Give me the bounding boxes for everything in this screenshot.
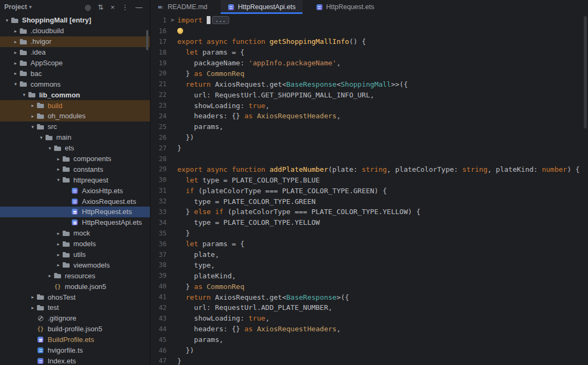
chevron-collapsed-icon[interactable]: ▸ [12,28,19,34]
chevron-collapsed-icon[interactable]: ▸ [55,262,62,268]
code-line-24[interactable]: 24 headers: {} as AxiosRequestHeaders, [150,111,588,121]
expand-collapse-icon[interactable]: ⇅ [98,4,104,11]
tree-item-httprequest[interactable]: ▾httprequest [0,174,150,185]
chevron-collapsed-icon[interactable]: ▸ [55,241,62,247]
chevron-collapsed-icon[interactable]: ▸ [29,305,36,310]
chevron-collapsed-icon[interactable]: ▸ [29,113,36,119]
tree-item-bac[interactable]: ▸bac [0,68,150,79]
chevron-collapsed-icon[interactable]: ▸ [12,71,19,76]
code-line-36[interactable]: 36 let params = { [150,239,588,249]
tree-item-index-ets[interactable]: Index.ets [0,356,150,365]
code-line-18[interactable]: 18 let params = { [150,47,588,58]
chevron-expanded-icon[interactable]: ▾ [37,135,45,140]
code-line-42[interactable]: 42 url: RequestUrl.ADD_PLATE_NUMBER, [150,302,588,313]
tree-item-mock[interactable]: ▸mock [0,228,150,239]
tree-item-hvigorfile-ts[interactable]: hvigorfile.ts [0,345,150,356]
chevron-collapsed-icon[interactable]: ▸ [55,252,62,257]
tree-item-src[interactable]: ▾src [0,121,150,132]
code-line-43[interactable]: 43 showLoading: true, [150,313,588,324]
tree-item-oh-modules[interactable]: ▸oh_modules [0,111,150,121]
tree-item-ets[interactable]: ▾ets [0,143,150,154]
code-line-44[interactable]: 44 headers: {} as AxiosRequestHeaders, [150,324,588,334]
tree-item-cloudbuild[interactable]: ▸.cloudbuild [0,26,150,36]
tree-item-appscope[interactable]: ▸AppScope [0,58,150,69]
tree-item-viewmodels[interactable]: ▸viewmodels [0,260,150,270]
tree-item-module-json5[interactable]: {}module.json5 [0,281,150,292]
code-line-29[interactable]: 29export async function addPlateNumber(p… [150,164,588,174]
code-line-1[interactable]: 1>import ... [150,15,588,26]
tree-item-hvigor[interactable]: ▸.hvigor [0,36,150,47]
tree-item-build[interactable]: ▸build [0,100,150,111]
tree-item-test[interactable]: ▸test [0,302,150,313]
code-line-27[interactable]: 27} [150,143,588,154]
chevron-collapsed-icon[interactable]: ▸ [55,156,62,162]
code-line-26[interactable]: 26 }) [150,132,588,143]
tree-item-utils[interactable]: ▸utils [0,249,150,260]
tree-item-axioshttp-ets[interactable]: AxiosHttp.ets [0,185,150,196]
chevron-collapsed-icon[interactable]: ▸ [55,166,62,172]
chevron-expanded-icon[interactable]: ▾ [3,18,11,23]
tab-httprequest-ets[interactable]: HttpRequest.ets [309,0,381,14]
code-line-31[interactable]: 31 if (plateColorType === PLATE_COLOR_TY… [150,185,588,196]
sidebar-scrollbar-thumb[interactable] [146,30,148,50]
code-line-16[interactable]: 16 [150,26,588,36]
chevron-expanded-icon[interactable]: ▾ [12,81,19,87]
code-line-34[interactable]: 34 type = PLATE_COLOR_TYPE.YELLOW [150,217,588,228]
chevron-collapsed-icon[interactable]: ▸ [12,39,19,44]
chevron-expanded-icon[interactable]: ▾ [46,146,54,151]
tree-item-build-profile-json5[interactable]: {}build-profile.json5 [0,324,150,334]
chevron-collapsed-icon[interactable]: ▸ [12,50,19,55]
tree-item-axiosrequest-ets[interactable]: AxiosRequest.ets [0,196,150,207]
tree-item-constants[interactable]: ▸constants [0,164,150,174]
tree-item-models[interactable]: ▸models [0,239,150,249]
tree-item-gitignore[interactable]: .gitignore [0,313,150,324]
tab-readme-md[interactable]: M↓README.md [150,0,214,14]
chevron-collapsed-icon[interactable]: ▸ [55,231,62,236]
tree-item-lib-common[interactable]: ▾lib_common [0,89,150,100]
code-line-46[interactable]: 46 }) [150,345,588,356]
tree-item-idea[interactable]: ▸.idea [0,47,150,58]
code-line-37[interactable]: 37 plate, [150,249,588,260]
intention-bulb-icon[interactable] [177,28,183,34]
locate-file-icon[interactable]: ◎ [85,4,91,11]
tab-httprequestapi-ets[interactable]: HttpRequestApi.ets [221,0,303,14]
chevron-collapsed-icon[interactable]: ▸ [29,294,36,300]
folded-region[interactable]: ... [212,16,229,24]
tree-item-main[interactable]: ▾main [0,132,150,143]
code-line-41[interactable]: 41 return AxiosRequest.get<BaseResponse>… [150,292,588,302]
tree-item-resources[interactable]: ▸resources [0,270,150,281]
tree-item-buildprofile-ets[interactable]: BuildProfile.ets [0,334,150,345]
chevron-collapsed-icon[interactable]: ▸ [29,103,36,108]
code-line-17[interactable]: 17export async function getShoppingMallI… [150,36,588,47]
code-line-35[interactable]: 35 } [150,228,588,239]
code-line-25[interactable]: 25 params, [150,121,588,132]
code-line-39[interactable]: 39 plateKind, [150,270,588,281]
tree-item-httprequestapi-ets[interactable]: HttpRequestApi.ets [0,217,150,228]
chevron-expanded-icon[interactable]: ▾ [20,92,28,97]
chevron-expanded-icon[interactable]: ▾ [55,177,62,182]
code-line-40[interactable]: 40 } as CommonReq [150,281,588,292]
project-view-selector[interactable]: Project ▾ [4,3,32,11]
editor-scrollbar-thumb[interactable] [584,16,587,128]
code-line-19[interactable]: 19 packageName: 'appInfo.packageName', [150,58,588,69]
code-line-33[interactable]: 33 } else if (plateColorType === PLATE_C… [150,207,588,217]
tree-item-components[interactable]: ▸components [0,154,150,164]
code-line-38[interactable]: 38 type, [150,260,588,270]
code-line-30[interactable]: 30 let type = PLATE_COLOR_TYPE.BLUE [150,174,588,185]
code-editor[interactable]: 1>import ...1617export async function ge… [150,14,588,365]
tree-item-httprequest-ets[interactable]: HttpRequest.ets [0,207,150,217]
chevron-collapsed-icon[interactable]: ▸ [12,60,19,66]
tree-item-ohostest[interactable]: ▸ohosTest [0,292,150,302]
collapse-all-icon[interactable]: × [110,4,115,11]
code-line-23[interactable]: 23 showLoading: true, [150,100,588,111]
code-line-28[interactable]: 28 [150,154,588,164]
chevron-expanded-icon[interactable]: ▾ [29,124,36,130]
tree-item-shoppingmall-entry[interactable]: ▾ShoppingMall [entry] [0,15,150,26]
code-line-21[interactable]: 21 return AxiosRequest.get<BaseResponse<… [150,79,588,89]
tree-item-commons[interactable]: ▾commons [0,79,150,89]
hide-panel-icon[interactable]: — [135,4,142,11]
code-line-32[interactable]: 32 type = PLATE_COLOR_TYPE.GREEN [150,196,588,207]
code-line-45[interactable]: 45 params, [150,334,588,345]
chevron-collapsed-icon[interactable]: ▸ [46,273,54,278]
fold-expand-icon[interactable]: > [168,17,177,23]
